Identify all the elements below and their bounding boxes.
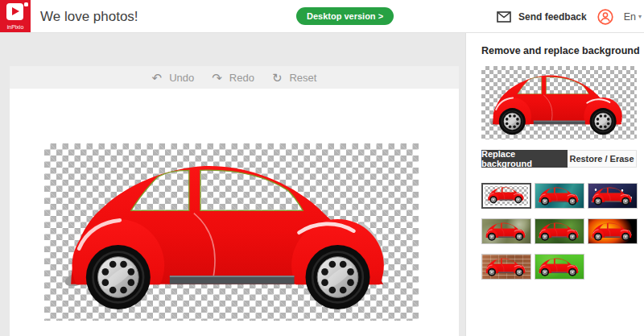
account-avatar-icon[interactable] [597, 9, 613, 25]
undo-icon: ↶ [152, 72, 163, 84]
side-panel: Remove and replace background Replace ba… [465, 33, 644, 336]
car-thumb [537, 220, 581, 243]
car-thumb [590, 220, 634, 243]
car-thumb [484, 220, 528, 243]
bg-thumb-jungle-leaves[interactable] [535, 218, 584, 244]
redo-label: Redo [229, 72, 254, 84]
redo-icon: ↷ [212, 72, 222, 84]
header: inPixio We love photos! Desktop version … [0, 0, 644, 33]
send-feedback-button[interactable]: Send feedback [497, 11, 587, 23]
inpixio-web-editor: inPixio We love photos! Desktop version … [0, 0, 644, 336]
bg-thumb-transparent[interactable] [481, 183, 531, 209]
tab-restore-erase[interactable]: Restore / Erase [568, 150, 637, 168]
inpixio-logo[interactable]: inPixio [0, 0, 31, 32]
editor-canvas [10, 89, 459, 336]
reset-button[interactable]: ↻ Reset [272, 72, 317, 84]
bg-thumb-moss-camo[interactable] [481, 218, 531, 244]
redo-button[interactable]: ↷ Redo [212, 72, 254, 84]
edit-toolbar: ↶ Undo ↷ Redo ↻ Reset [10, 66, 459, 89]
desktop-version-button[interactable]: Desktop version > [296, 7, 394, 25]
car-thumb [537, 185, 581, 207]
car-thumb [590, 185, 634, 207]
car-thumb [484, 255, 528, 278]
page-title: We love photos! [40, 0, 138, 33]
bg-thumb-fire[interactable] [588, 218, 638, 244]
reset-label: Reset [289, 72, 316, 84]
mode-tabs: Replace background Restore / Erase [481, 150, 637, 168]
edited-image[interactable] [44, 143, 419, 321]
logo-dot [24, 2, 28, 6]
car-thumb [486, 185, 526, 205]
send-feedback-label: Send feedback [518, 11, 587, 23]
bg-thumb-teal-texture[interactable] [535, 183, 584, 209]
inpixio-logo-icon [6, 3, 23, 20]
chevron-down-icon: ▾ [638, 13, 642, 20]
car-illustration-preview [481, 66, 637, 139]
bg-thumb-grass[interactable] [535, 254, 584, 280]
result-preview [481, 66, 637, 139]
tab-replace-background[interactable]: Replace background [481, 150, 568, 168]
reset-icon: ↻ [272, 72, 283, 84]
envelope-icon [497, 11, 511, 23]
undo-label: Undo [169, 72, 194, 84]
car-illustration [44, 143, 419, 321]
bg-thumb-brick-wall[interactable] [481, 254, 531, 280]
background-thumbnails [481, 183, 638, 280]
language-selector[interactable]: En ▾ [624, 11, 642, 23]
undo-button[interactable]: ↶ Undo [152, 72, 195, 84]
header-actions: Send feedback En ▾ [497, 0, 642, 33]
bg-thumb-starry-night[interactable] [588, 183, 638, 209]
language-label: En [624, 11, 636, 23]
logo-brand-label: inPixio [0, 24, 31, 30]
car-thumb [537, 255, 581, 278]
panel-heading: Remove and replace background [481, 45, 642, 56]
